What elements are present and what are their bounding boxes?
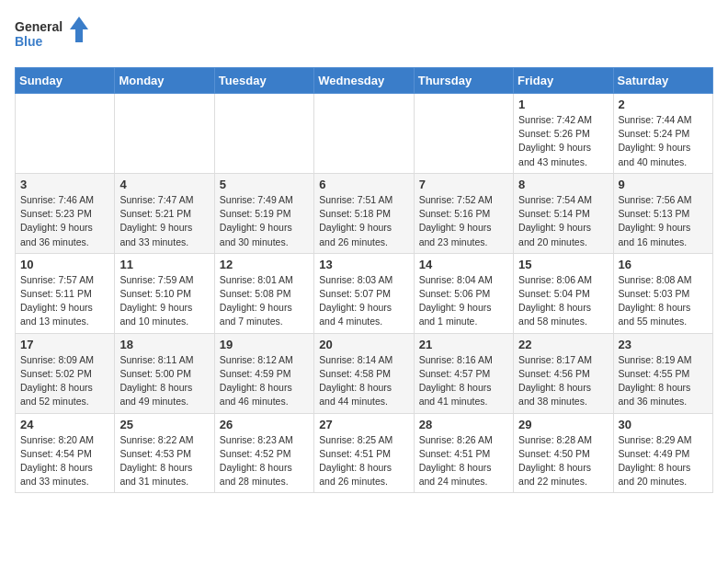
weekday-header-sunday: Sunday [16, 68, 115, 94]
day-cell: 19Sunrise: 8:12 AM Sunset: 4:59 PM Dayli… [214, 333, 313, 413]
day-info: Sunrise: 7:49 AM Sunset: 5:19 PM Dayligh… [220, 193, 309, 249]
day-cell: 28Sunrise: 8:26 AM Sunset: 4:51 PM Dayli… [414, 413, 513, 493]
day-info: Sunrise: 7:47 AM Sunset: 5:21 PM Dayligh… [119, 193, 209, 249]
day-number: 10 [20, 258, 109, 271]
day-number: 16 [619, 258, 708, 271]
day-info: Sunrise: 8:23 AM Sunset: 4:52 PM Dayligh… [220, 433, 309, 489]
header: General Blue [15, 15, 713, 56]
day-number: 30 [619, 418, 708, 431]
day-info: Sunrise: 8:19 AM Sunset: 4:55 PM Dayligh… [619, 353, 708, 409]
day-cell: 23Sunrise: 8:19 AM Sunset: 4:55 PM Dayli… [613, 333, 712, 413]
day-number: 25 [119, 418, 209, 431]
day-cell: 27Sunrise: 8:25 AM Sunset: 4:51 PM Dayli… [314, 413, 414, 493]
day-info: Sunrise: 7:42 AM Sunset: 5:26 PM Dayligh… [518, 113, 608, 169]
day-info: Sunrise: 8:11 AM Sunset: 5:00 PM Dayligh… [119, 353, 209, 409]
day-info: Sunrise: 7:52 AM Sunset: 5:16 PM Dayligh… [419, 193, 508, 249]
day-info: Sunrise: 8:04 AM Sunset: 5:06 PM Dayligh… [419, 273, 508, 329]
day-number: 7 [419, 178, 508, 191]
svg-text:Blue: Blue [15, 34, 43, 49]
day-number: 2 [619, 98, 708, 111]
day-info: Sunrise: 8:17 AM Sunset: 4:56 PM Dayligh… [518, 353, 608, 409]
day-cell: 5Sunrise: 7:49 AM Sunset: 5:19 PM Daylig… [214, 173, 313, 253]
day-cell: 13Sunrise: 8:03 AM Sunset: 5:07 PM Dayli… [314, 253, 414, 333]
day-cell [115, 94, 214, 174]
day-info: Sunrise: 7:46 AM Sunset: 5:23 PM Dayligh… [20, 193, 109, 249]
day-cell: 6Sunrise: 7:51 AM Sunset: 5:18 PM Daylig… [314, 173, 414, 253]
day-cell: 16Sunrise: 8:08 AM Sunset: 5:03 PM Dayli… [613, 253, 712, 333]
day-cell: 12Sunrise: 8:01 AM Sunset: 5:08 PM Dayli… [214, 253, 313, 333]
day-cell: 17Sunrise: 8:09 AM Sunset: 5:02 PM Dayli… [16, 333, 115, 413]
day-number: 11 [119, 258, 209, 271]
day-info: Sunrise: 8:29 AM Sunset: 4:49 PM Dayligh… [619, 433, 708, 489]
day-number: 9 [619, 178, 708, 191]
day-number: 24 [20, 418, 109, 431]
day-cell: 30Sunrise: 8:29 AM Sunset: 4:49 PM Dayli… [613, 413, 712, 493]
weekday-header-tuesday: Tuesday [214, 68, 313, 94]
week-row-2: 10Sunrise: 7:57 AM Sunset: 5:11 PM Dayli… [16, 253, 713, 333]
day-cell: 2Sunrise: 7:44 AM Sunset: 5:24 PM Daylig… [613, 94, 712, 174]
day-number: 20 [319, 338, 408, 351]
day-cell: 4Sunrise: 7:47 AM Sunset: 5:21 PM Daylig… [115, 173, 214, 253]
day-number: 18 [119, 338, 209, 351]
weekday-header-saturday: Saturday [613, 68, 712, 94]
day-info: Sunrise: 7:51 AM Sunset: 5:18 PM Dayligh… [319, 193, 408, 249]
day-cell: 8Sunrise: 7:54 AM Sunset: 5:14 PM Daylig… [514, 173, 613, 253]
day-info: Sunrise: 7:57 AM Sunset: 5:11 PM Dayligh… [20, 273, 109, 329]
day-cell: 7Sunrise: 7:52 AM Sunset: 5:16 PM Daylig… [414, 173, 513, 253]
day-info: Sunrise: 8:01 AM Sunset: 5:08 PM Dayligh… [220, 273, 309, 329]
day-number: 14 [419, 258, 508, 271]
day-number: 1 [518, 98, 608, 111]
day-cell: 15Sunrise: 8:06 AM Sunset: 5:04 PM Dayli… [514, 253, 613, 333]
weekday-header-row: SundayMondayTuesdayWednesdayThursdayFrid… [16, 68, 713, 94]
day-cell: 29Sunrise: 8:28 AM Sunset: 4:50 PM Dayli… [514, 413, 613, 493]
weekday-header-monday: Monday [115, 68, 214, 94]
logo: General Blue [15, 15, 88, 56]
day-info: Sunrise: 8:25 AM Sunset: 4:51 PM Dayligh… [319, 433, 408, 489]
day-cell: 11Sunrise: 7:59 AM Sunset: 5:10 PM Dayli… [115, 253, 214, 333]
day-cell: 18Sunrise: 8:11 AM Sunset: 5:00 PM Dayli… [115, 333, 214, 413]
day-number: 22 [518, 338, 608, 351]
svg-text:General: General [15, 19, 63, 34]
day-number: 26 [220, 418, 309, 431]
day-number: 5 [220, 178, 309, 191]
day-number: 13 [319, 258, 408, 271]
day-cell [414, 94, 513, 174]
day-info: Sunrise: 8:08 AM Sunset: 5:03 PM Dayligh… [619, 273, 708, 329]
day-number: 6 [319, 178, 408, 191]
day-cell [16, 94, 115, 174]
weekday-header-wednesday: Wednesday [314, 68, 414, 94]
day-number: 23 [619, 338, 708, 351]
day-info: Sunrise: 8:09 AM Sunset: 5:02 PM Dayligh… [20, 353, 109, 409]
day-number: 29 [518, 418, 608, 431]
day-cell: 1Sunrise: 7:42 AM Sunset: 5:26 PM Daylig… [514, 94, 613, 174]
day-number: 3 [20, 178, 109, 191]
day-number: 12 [220, 258, 309, 271]
day-number: 19 [220, 338, 309, 351]
day-number: 28 [419, 418, 508, 431]
day-info: Sunrise: 8:03 AM Sunset: 5:07 PM Dayligh… [319, 273, 408, 329]
day-cell: 14Sunrise: 8:04 AM Sunset: 5:06 PM Dayli… [414, 253, 513, 333]
day-info: Sunrise: 7:44 AM Sunset: 5:24 PM Dayligh… [619, 113, 708, 169]
weekday-header-friday: Friday [514, 68, 613, 94]
svg-marker-2 [70, 17, 88, 42]
week-row-0: 1Sunrise: 7:42 AM Sunset: 5:26 PM Daylig… [16, 94, 713, 174]
week-row-1: 3Sunrise: 7:46 AM Sunset: 5:23 PM Daylig… [16, 173, 713, 253]
day-number: 15 [518, 258, 608, 271]
week-row-4: 24Sunrise: 8:20 AM Sunset: 4:54 PM Dayli… [16, 413, 713, 493]
day-number: 27 [319, 418, 408, 431]
day-cell: 10Sunrise: 7:57 AM Sunset: 5:11 PM Dayli… [16, 253, 115, 333]
day-info: Sunrise: 7:56 AM Sunset: 5:13 PM Dayligh… [619, 193, 708, 249]
week-row-3: 17Sunrise: 8:09 AM Sunset: 5:02 PM Dayli… [16, 333, 713, 413]
day-info: Sunrise: 7:59 AM Sunset: 5:10 PM Dayligh… [119, 273, 209, 329]
day-cell [314, 94, 414, 174]
day-cell [214, 94, 313, 174]
day-cell: 9Sunrise: 7:56 AM Sunset: 5:13 PM Daylig… [613, 173, 712, 253]
day-info: Sunrise: 8:20 AM Sunset: 4:54 PM Dayligh… [20, 433, 109, 489]
day-info: Sunrise: 8:14 AM Sunset: 4:58 PM Dayligh… [319, 353, 408, 409]
day-info: Sunrise: 8:06 AM Sunset: 5:04 PM Dayligh… [518, 273, 608, 329]
day-info: Sunrise: 8:16 AM Sunset: 4:57 PM Dayligh… [419, 353, 508, 409]
day-cell: 22Sunrise: 8:17 AM Sunset: 4:56 PM Dayli… [514, 333, 613, 413]
day-number: 21 [419, 338, 508, 351]
day-cell: 25Sunrise: 8:22 AM Sunset: 4:53 PM Dayli… [115, 413, 214, 493]
weekday-header-thursday: Thursday [414, 68, 513, 94]
